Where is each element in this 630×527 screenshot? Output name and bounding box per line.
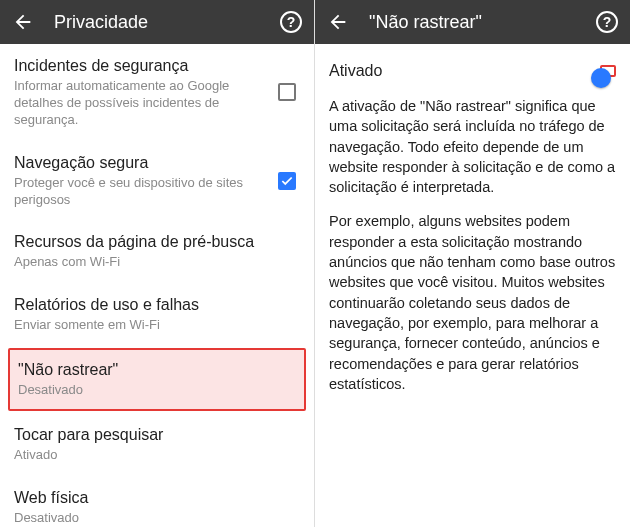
- item-usage-reports[interactable]: Relatórios de uso e falhas Enviar soment…: [0, 283, 314, 346]
- item-subtitle: Apenas com Wi-Fi: [14, 254, 300, 271]
- appbar-dnt: "Não rastrear" ?: [315, 0, 630, 44]
- item-title: Navegação segura: [14, 153, 300, 173]
- help-icon[interactable]: ?: [280, 11, 302, 33]
- help-icon[interactable]: ?: [596, 11, 618, 33]
- item-physical-web[interactable]: Web física Desativado: [0, 476, 314, 527]
- item-title: Relatórios de uso e falhas: [14, 295, 300, 315]
- do-not-track-screen: "Não rastrear" ? Ativado A ativação de "…: [315, 0, 630, 527]
- item-prefetch[interactable]: Recursos da página de pré-busca Apenas c…: [0, 220, 314, 283]
- toggle-highlight: [600, 65, 616, 77]
- checkbox-checked-icon: [278, 172, 296, 190]
- item-subtitle: Informar automaticamente ao Google detal…: [14, 78, 300, 129]
- item-title: Tocar para pesquisar: [14, 425, 300, 445]
- dnt-content: Ativado A ativação de "Não rastrear" sig…: [315, 44, 630, 527]
- item-tap-to-search[interactable]: Tocar para pesquisar Ativado: [0, 413, 314, 476]
- privacy-screen: Privacidade ? Incidentes de segurança In…: [0, 0, 315, 527]
- item-subtitle: Desativado: [18, 382, 296, 399]
- settings-list: Incidentes de segurança Informar automat…: [0, 44, 314, 527]
- item-do-not-track[interactable]: "Não rastrear" Desativado: [8, 348, 306, 411]
- appbar-title: Privacidade: [54, 12, 280, 33]
- dnt-toggle-row[interactable]: Ativado: [315, 44, 630, 94]
- item-subtitle: Enviar somente em Wi-Fi: [14, 317, 300, 334]
- checkbox-incidents[interactable]: [278, 83, 296, 101]
- item-subtitle: Proteger você e seu dispositivo de sites…: [14, 175, 300, 209]
- item-title: Web física: [14, 488, 300, 508]
- item-subtitle: Desativado: [14, 510, 300, 527]
- item-title: Recursos da página de pré-busca: [14, 232, 300, 252]
- toggle-label: Ativado: [329, 62, 382, 80]
- appbar-privacy: Privacidade ?: [0, 0, 314, 44]
- dnt-paragraph-2: Por exemplo, alguns websites podem respo…: [329, 211, 616, 394]
- checkbox-safebrowsing[interactable]: [278, 172, 296, 190]
- switch-thumb-icon: [591, 68, 611, 88]
- dnt-paragraph-1: A ativação de "Não rastrear" significa q…: [329, 96, 616, 197]
- item-security-incidents[interactable]: Incidentes de segurança Informar automat…: [0, 44, 314, 141]
- item-safe-browsing[interactable]: Navegação segura Proteger você e seu dis…: [0, 141, 314, 221]
- dnt-description: A ativação de "Não rastrear" significa q…: [315, 94, 630, 418]
- checkbox-empty-icon: [278, 83, 296, 101]
- appbar-title: "Não rastrear": [369, 12, 596, 33]
- item-title: Incidentes de segurança: [14, 56, 300, 76]
- back-icon[interactable]: [327, 11, 349, 33]
- item-subtitle: Ativado: [14, 447, 300, 464]
- back-icon[interactable]: [12, 11, 34, 33]
- item-title: "Não rastrear": [18, 360, 296, 380]
